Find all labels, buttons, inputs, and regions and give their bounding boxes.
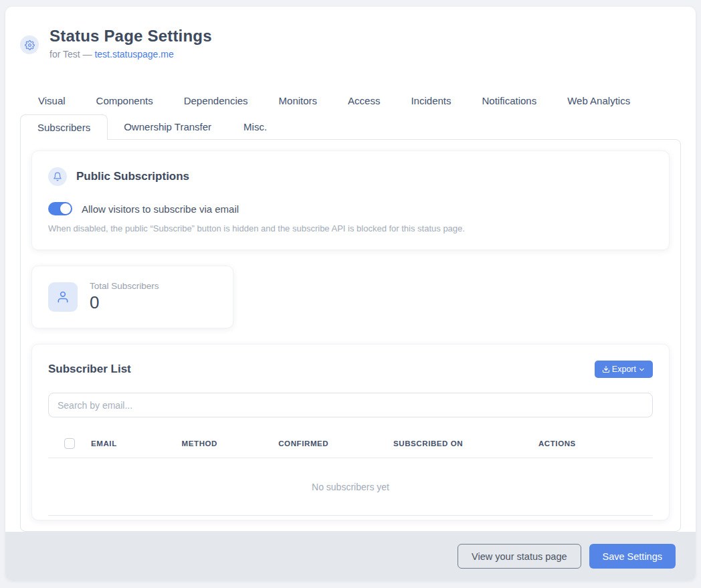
footer-action-bar: View your status page Save Settings <box>5 532 696 581</box>
tab-incidents[interactable]: Incidents <box>395 89 466 112</box>
subscriber-list-title: Subscriber List <box>48 363 131 376</box>
subscribe-help-text: When disabled, the public “Subscribe” bu… <box>48 223 653 233</box>
save-settings-button[interactable]: Save Settings <box>589 544 676 569</box>
chevron-down-icon <box>638 366 645 373</box>
subscriber-list-header: Subscriber List Export <box>48 361 653 378</box>
page-subtitle: for Test — test.statuspage.me <box>49 49 212 60</box>
tab-subscribers[interactable]: Subscribers <box>20 114 108 140</box>
column-actions: ACTIONS <box>533 429 653 458</box>
column-email: EMAIL <box>86 429 177 458</box>
tab-web-analytics[interactable]: Web Analytics <box>552 89 645 112</box>
total-subscribers-text: Total Subscribers 0 <box>90 281 159 313</box>
tab-visual[interactable]: Visual <box>23 89 81 112</box>
subtitle-prefix: for Test — <box>49 49 94 60</box>
public-subscriptions-card: Public Subscriptions Allow visitors to s… <box>31 151 670 250</box>
tab-dependencies[interactable]: Dependencies <box>169 89 264 112</box>
settings-content: Status Page Settings for Test — test.sta… <box>5 7 696 532</box>
column-method: METHOD <box>177 429 274 458</box>
view-status-page-button[interactable]: View your status page <box>458 544 581 569</box>
subscribe-toggle[interactable] <box>48 202 72 215</box>
subscribe-toggle-label: Allow visitors to subscribe via email <box>82 203 239 215</box>
tab-ownership-transfer[interactable]: Ownership Transfer <box>108 114 227 139</box>
export-button[interactable]: Export <box>595 361 653 378</box>
page-title: Status Page Settings <box>49 27 212 45</box>
bell-icon <box>48 167 67 186</box>
empty-state-row: No subscribers yet <box>48 458 653 516</box>
export-button-label: Export <box>612 365 636 374</box>
status-page-link[interactable]: test.statuspage.me <box>94 49 173 60</box>
subscribers-panel: Public Subscriptions Allow visitors to s… <box>20 139 681 532</box>
total-subscribers-label: Total Subscribers <box>90 281 159 291</box>
tab-components[interactable]: Components <box>81 89 169 112</box>
page-header: Status Page Settings for Test — test.sta… <box>20 27 681 60</box>
total-subscribers-value: 0 <box>90 292 159 313</box>
gear-icon <box>20 35 39 54</box>
empty-state-text: No subscribers yet <box>48 458 653 516</box>
table-header-row: EMAIL METHOD CONFIRMED SUBSCRIBED ON ACT… <box>48 429 653 458</box>
subscribe-toggle-row: Allow visitors to subscribe via email <box>48 202 653 215</box>
tab-bar-secondary: Subscribers Ownership Transfer Misc. <box>20 114 681 139</box>
column-confirmed: CONFIRMED <box>273 429 388 458</box>
tab-access[interactable]: Access <box>332 89 395 112</box>
user-icon <box>48 282 78 312</box>
settings-window: Status Page Settings for Test — test.sta… <box>5 7 696 581</box>
total-subscribers-card: Total Subscribers 0 <box>31 266 233 328</box>
column-subscribed-on: SUBSCRIBED ON <box>388 429 533 458</box>
toggle-knob <box>60 203 71 214</box>
public-subscriptions-header: Public Subscriptions <box>48 167 653 186</box>
public-subscriptions-title: Public Subscriptions <box>76 170 189 183</box>
download-icon <box>602 365 610 373</box>
select-all-checkbox[interactable] <box>64 438 75 449</box>
search-input[interactable] <box>48 393 653 417</box>
select-all-cell <box>48 429 86 458</box>
subscriber-table: EMAIL METHOD CONFIRMED SUBSCRIBED ON ACT… <box>48 429 653 516</box>
tab-notifications[interactable]: Notifications <box>467 89 553 112</box>
page-title-block: Status Page Settings for Test — test.sta… <box>49 27 212 60</box>
tab-misc[interactable]: Misc. <box>227 114 283 139</box>
subscriber-list-card: Subscriber List Export <box>31 344 670 520</box>
tab-bar-primary: Visual Components Dependencies Monitors … <box>20 89 681 112</box>
tab-monitors[interactable]: Monitors <box>264 89 333 112</box>
